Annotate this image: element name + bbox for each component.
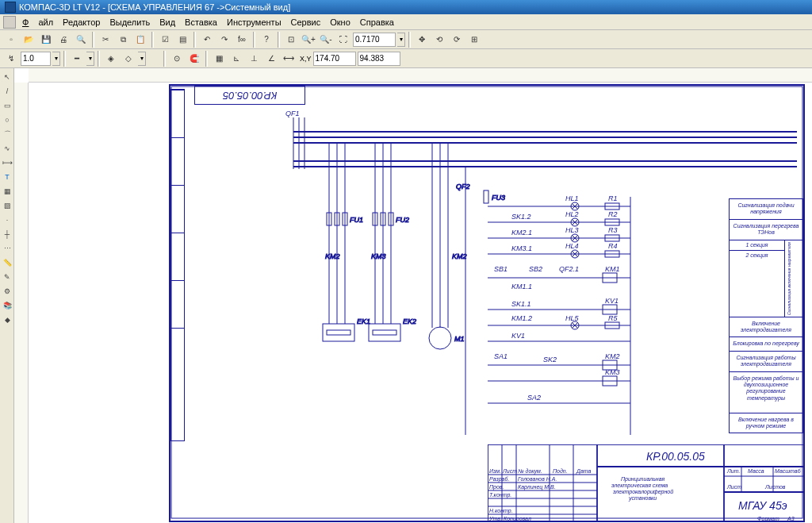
svg-text:KV1: KV1 [511, 332, 525, 340]
dim-tool-icon[interactable]: ⟼ [1, 156, 13, 169]
note-6: Сигнализация работы электродвигателя [730, 352, 802, 372]
note-7: Выбор режима работы и двухпозиционное ре… [730, 372, 802, 413]
measure-tool-icon[interactable]: 📏 [1, 256, 13, 269]
menu-editor[interactable]: Редактор [58, 16, 105, 29]
svg-text:SA1: SA1 [494, 352, 508, 360]
layer2-icon[interactable]: ◇ [121, 51, 136, 67]
pan-icon[interactable]: ✥ [414, 32, 430, 48]
misc-tool-icon[interactable]: ◆ [1, 313, 13, 326]
aux-tool-icon[interactable]: ⋯ [1, 242, 13, 255]
line-style-icon[interactable]: ━ [69, 51, 85, 67]
svg-text:KV1: KV1 [605, 297, 619, 305]
svg-text:Лист: Лист [502, 468, 517, 474]
svg-text:KM2: KM2 [452, 252, 467, 260]
redo-icon[interactable]: ↷ [216, 32, 232, 48]
app-icon [5, 2, 16, 13]
help-icon[interactable]: ? [259, 32, 274, 48]
preview-icon[interactable]: 🔍 [73, 32, 89, 48]
arc-tool-icon[interactable]: ⌒ [1, 128, 13, 140]
props-icon[interactable]: ☑ [157, 32, 173, 48]
svg-text:Изм.: Изм. [489, 468, 501, 474]
arrow-icon[interactable]: ↯ [3, 51, 19, 67]
app-title: КОМПАС-3D LT V12 - [СХЕМА УПРАВЛЕНИЯ 67 … [19, 2, 290, 12]
svg-text:KM1: KM1 [605, 265, 620, 273]
fx-icon[interactable]: f∞ [234, 32, 250, 48]
angle-icon[interactable]: ∠ [263, 51, 279, 67]
menu-tools[interactable]: Инструменты [222, 16, 286, 29]
new-icon[interactable]: ▫ [3, 32, 19, 48]
note-8: Включение нагрева в ручном режиме [730, 413, 802, 433]
menu-insert[interactable]: Вставка [180, 16, 222, 29]
lib-tool-icon[interactable]: 📚 [1, 299, 13, 312]
zoom-dropdown[interactable]: ▾ [397, 33, 405, 47]
zoom-input[interactable] [353, 33, 396, 47]
point-tool-icon[interactable]: · [1, 213, 13, 226]
magnet-icon[interactable]: 🧲 [186, 51, 202, 67]
menu-help[interactable]: Справка [355, 16, 399, 29]
open-icon[interactable]: 📂 [21, 32, 36, 48]
save-icon[interactable]: 💾 [38, 32, 54, 48]
menu-select[interactable]: Выделить [105, 16, 155, 29]
doc-icon[interactable] [3, 16, 16, 29]
menu-file[interactable]: Файл [17, 16, 58, 29]
spline-tool-icon[interactable]: ∿ [1, 142, 13, 155]
svg-text:R2: R2 [608, 210, 618, 218]
svg-text:Утв.: Утв. [488, 516, 502, 521]
scale-input[interactable] [21, 52, 51, 66]
redraw-icon[interactable]: ⟳ [449, 32, 465, 48]
zoom-out-icon[interactable]: 🔍- [318, 32, 334, 48]
layer-icon[interactable]: ◈ [103, 51, 119, 67]
svg-text:FU1: FU1 [350, 216, 363, 224]
svg-text:HL1: HL1 [565, 194, 579, 202]
snap-icon[interactable]: ⊙ [169, 51, 185, 67]
svg-text:HL5: HL5 [565, 314, 580, 322]
print-icon[interactable]: 🖨 [56, 32, 71, 48]
paste-icon[interactable]: 📋 [132, 32, 148, 48]
zoom-fit-icon[interactable]: ⛶ [335, 32, 351, 48]
note-1: Сигнализация подачи напряжения [730, 199, 802, 220]
svg-text:R4: R4 [608, 242, 618, 250]
views-icon[interactable]: ⊞ [466, 32, 482, 48]
svg-rect-40 [484, 190, 488, 203]
svg-point-36 [429, 327, 451, 349]
svg-text:№ докум.: № докум. [518, 468, 542, 475]
svg-text:Карлинец М.В.: Карлинец М.В. [518, 484, 556, 490]
coord-x-input[interactable] [313, 52, 356, 66]
dim-icon[interactable]: ⟷ [281, 51, 297, 67]
note-2: Сигнализация перегрева ТЭНов [730, 220, 802, 240]
hatch-tool-icon[interactable]: ▨ [1, 199, 13, 212]
zoom-window-icon[interactable]: ⊡ [283, 32, 299, 48]
svg-text:QF2: QF2 [456, 183, 470, 190]
svg-text:FU3: FU3 [492, 194, 505, 202]
svg-text:KM2: KM2 [325, 252, 340, 260]
text-tool-icon[interactable]: T [1, 171, 13, 183]
undo-icon[interactable]: ↶ [199, 32, 215, 48]
edit-tool-icon[interactable]: ✎ [1, 271, 13, 283]
ruler-vertical [14, 83, 29, 523]
menu-view[interactable]: Вид [155, 16, 180, 29]
ortho-icon[interactable]: ⊾ [228, 51, 244, 67]
orbit-icon[interactable]: ⟲ [431, 32, 447, 48]
circle-tool-icon[interactable]: ○ [1, 113, 13, 126]
cut-icon[interactable]: ✂ [98, 32, 113, 48]
perp-icon[interactable]: ⊥ [246, 51, 262, 67]
svg-text:Масштаб: Масштаб [775, 468, 802, 474]
svg-text:HL2: HL2 [565, 210, 579, 218]
canvas[interactable]: КР.00.05.05 [14, 68, 812, 523]
svg-text:Пров.: Пров. [489, 484, 504, 490]
line-tool-icon[interactable]: / [1, 85, 13, 98]
menu-window[interactable]: Окно [325, 16, 355, 29]
select-tool-icon[interactable]: ↖ [1, 71, 13, 83]
scale-dropdown[interactable]: ▾ [52, 52, 60, 66]
axis-tool-icon[interactable]: ┼ [1, 228, 13, 240]
layers-icon[interactable]: ▤ [174, 32, 190, 48]
svg-text:Н.контр.: Н.контр. [489, 508, 513, 514]
zoom-in-icon[interactable]: 🔍+ [301, 32, 316, 48]
table-tool-icon[interactable]: ▦ [1, 185, 13, 198]
menu-service[interactable]: Сервис [286, 16, 326, 29]
copy-icon[interactable]: ⧉ [115, 32, 131, 48]
param-tool-icon[interactable]: ⚙ [1, 285, 13, 298]
coord-y-input[interactable] [358, 52, 400, 66]
rect-tool-icon[interactable]: ▭ [1, 99, 13, 112]
grid-icon[interactable]: ▦ [211, 51, 227, 67]
